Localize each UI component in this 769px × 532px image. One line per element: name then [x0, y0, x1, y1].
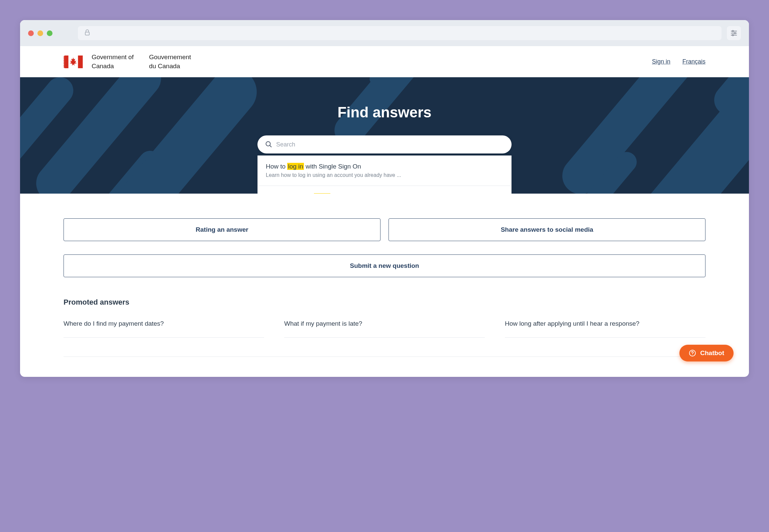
brand-fr-line1: Gouvernement — [149, 54, 191, 61]
autocomplete-dropdown: How to log in with Single Sign On Learn … — [257, 155, 512, 194]
submit-question-button[interactable]: Submit a new question — [64, 254, 705, 277]
button-row: Rating an answer Share answers to social… — [64, 218, 705, 241]
svg-rect-7 — [65, 56, 68, 68]
promoted-heading: Promoted answers — [64, 298, 705, 307]
page-body: Government of Canada Gouvernement du Can… — [20, 46, 749, 377]
svg-rect-9 — [78, 56, 83, 68]
site-header: Government of Canada Gouvernement du Can… — [20, 46, 749, 77]
gov-brand: Government of Canada Gouvernement du Can… — [64, 53, 191, 71]
browser-frame: Government of Canada Gouvernement du Can… — [20, 20, 749, 377]
promoted-item[interactable]: Where do I find my payment dates? — [64, 320, 264, 338]
browser-settings-button[interactable] — [727, 26, 741, 40]
browser-chrome — [20, 20, 749, 46]
svg-point-4 — [734, 32, 736, 34]
svg-line-11 — [270, 145, 271, 147]
svg-point-10 — [266, 142, 270, 146]
divider — [64, 356, 705, 357]
hero: Find answers How to log in with Single S… — [20, 77, 749, 194]
canada-flag-icon — [64, 56, 83, 68]
autocomplete-title: How to log in with Single Sign On — [266, 163, 503, 170]
autocomplete-item[interactable]: How to log in with Single Sign On Learn … — [258, 155, 511, 186]
brand-en-line1: Government of — [92, 54, 134, 61]
search-field[interactable] — [257, 135, 512, 153]
sign-in-link[interactable]: Sign in — [652, 58, 670, 65]
svg-rect-0 — [85, 32, 89, 35]
promoted-row: Where do I find my payment dates? What i… — [64, 320, 705, 338]
svg-point-2 — [732, 30, 734, 32]
autocomplete-item[interactable]: Recovering your log in password If you h… — [258, 186, 511, 194]
highlight: log in — [287, 163, 304, 170]
header-links: Sign in Français — [652, 58, 705, 65]
promoted-item[interactable]: How long after applying until I hear a r… — [505, 320, 705, 338]
highlight: log in — [314, 193, 330, 194]
chatbot-label: Chatbot — [700, 349, 724, 357]
share-answers-button[interactable]: Share answers to social media — [389, 218, 705, 241]
window-close-button[interactable] — [28, 30, 34, 36]
search-input[interactable] — [276, 141, 504, 148]
search-icon — [265, 141, 272, 148]
window-minimize-button[interactable] — [37, 30, 43, 36]
autocomplete-snippet: Learn how to log in using an account you… — [266, 172, 503, 178]
rating-answer-button[interactable]: Rating an answer — [64, 218, 380, 241]
content: Rating an answer Share answers to social… — [20, 194, 749, 377]
lock-icon — [85, 29, 90, 37]
window-maximize-button[interactable] — [47, 30, 52, 36]
search-wrap: How to log in with Single Sign On Learn … — [257, 135, 512, 153]
svg-point-6 — [732, 34, 734, 36]
brand-french: Gouvernement du Canada — [149, 53, 191, 71]
svg-point-13 — [692, 354, 693, 355]
hero-title: Find answers — [20, 104, 749, 121]
chatbot-button[interactable]: Chatbot — [679, 345, 734, 361]
language-toggle-link[interactable]: Français — [682, 58, 705, 65]
window-controls — [28, 30, 52, 36]
help-icon — [689, 349, 696, 357]
brand-text: Government of Canada Gouvernement du Can… — [92, 53, 191, 71]
brand-en-line2: Canada — [92, 63, 114, 70]
address-bar[interactable] — [78, 26, 722, 40]
autocomplete-title: Recovering your log in password — [266, 193, 503, 194]
brand-english: Government of Canada — [92, 53, 134, 71]
brand-fr-line2: du Canada — [149, 63, 180, 70]
promoted-item[interactable]: What if my payment is late? — [284, 320, 485, 338]
